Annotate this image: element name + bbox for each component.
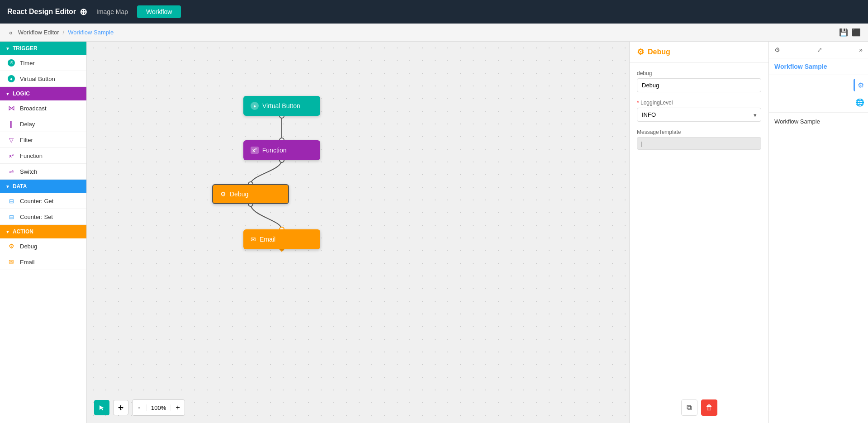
- trigger-chevron-icon: ▼: [5, 46, 10, 51]
- image-map-nav-link[interactable]: Image Map: [96, 8, 128, 15]
- sidebar-item-debug[interactable]: ⚙ Debug: [0, 238, 86, 254]
- props-tab-icons: ⚙ 🌐: [769, 75, 868, 113]
- message-template-input[interactable]: |: [637, 137, 761, 150]
- delete-node-button[interactable]: 🗑: [701, 399, 717, 416]
- data-section-label: DATA: [13, 183, 27, 190]
- logic-section-label: LOGIC: [13, 90, 30, 97]
- message-template-field: MessageTemplate |: [637, 129, 761, 150]
- settings-tab-button[interactable]: ⚙: [774, 46, 780, 53]
- zoom-level-display: 100%: [146, 404, 171, 411]
- message-template-cursor: |: [641, 140, 642, 147]
- switch-icon: ⇌: [7, 167, 15, 176]
- debug-node-label: Debug: [230, 190, 248, 198]
- main-layout: ▼ TRIGGER ⏱ Timer ● Virtual Button ▼ LOG…: [0, 42, 868, 423]
- delay-icon: ‖: [7, 120, 15, 128]
- virtual-button-node-label: Virtual Button: [262, 102, 300, 109]
- sidebar-item-switch[interactable]: ⇌ Switch: [0, 164, 86, 180]
- node-debug[interactable]: ⚙ Debug: [212, 184, 289, 204]
- trigger-section-label: TRIGGER: [13, 45, 38, 52]
- counter-set-icon: ⊟: [7, 213, 15, 221]
- email-node-label: Email: [260, 236, 275, 243]
- expand-props-button[interactable]: ⤢: [817, 46, 822, 53]
- breadcrumb-actions: 💾 ⬛: [839, 28, 861, 37]
- sidebar-section-data[interactable]: ▼ DATA: [0, 180, 86, 193]
- delay-label: Delay: [20, 121, 35, 128]
- canvas-area[interactable]: ● Virtual Button x² Function ⚙ Debug ✉ E…: [87, 42, 629, 423]
- debug-properties-panel: ⚙ Debug debug LoggingLevel DEBUG INFO WA…: [629, 42, 768, 423]
- debug-panel-title: ⚙ Debug: [637, 47, 670, 57]
- collapse-props-button[interactable]: »: [859, 46, 863, 53]
- sidebar-item-counter-set[interactable]: ⊟ Counter: Set: [0, 209, 86, 225]
- virtual-button-node-icon: ●: [251, 102, 259, 110]
- sidebar-section-trigger[interactable]: ▼ TRIGGER: [0, 42, 86, 55]
- debug-panel-title-text: Debug: [648, 48, 670, 56]
- debug-sidebar-icon: ⚙: [7, 242, 15, 250]
- sidebar-item-counter-get[interactable]: ⊟ Counter: Get: [0, 193, 86, 209]
- delete-icon: 🗑: [706, 404, 713, 412]
- sidebar-collapse-btn[interactable]: «: [7, 27, 14, 38]
- timer-icon: ⏱: [7, 59, 15, 67]
- filter-icon: ▽: [7, 136, 15, 144]
- debug-panel-body: debug LoggingLevel DEBUG INFO WARN ERROR…: [630, 63, 768, 392]
- debug-panel-header: ⚙ Debug: [630, 42, 768, 63]
- sidebar-item-delay[interactable]: ‖ Delay: [0, 116, 86, 132]
- virtual-button-label: Virtual Button: [20, 76, 55, 82]
- counter-get-label: Counter: Get: [20, 198, 53, 204]
- sidebar-section-action[interactable]: ▼ ACTION: [0, 225, 86, 238]
- top-navigation: React Design Editor ⊕ Image Map Workflow: [0, 0, 868, 24]
- sidebar-item-timer[interactable]: ⏱ Timer: [0, 55, 86, 71]
- sidebar-item-function[interactable]: x² Function: [0, 148, 86, 164]
- app-name-text: React Design Editor: [7, 8, 76, 16]
- sidebar-item-email[interactable]: ✉ Email: [0, 254, 86, 270]
- filter-label: Filter: [20, 137, 33, 143]
- action-section-label: ACTION: [13, 228, 33, 235]
- sidebar-item-virtual-button[interactable]: ● Virtual Button: [0, 71, 86, 87]
- github-icon: ⊕: [80, 6, 87, 17]
- virtual-button-icon: ●: [7, 75, 15, 83]
- select-tool-button[interactable]: [94, 400, 109, 415]
- props-panel-header: ⚙ ⤢ »: [769, 42, 868, 58]
- workflow-properties-panel: ⚙ ⤢ » Workflow Sample ⚙ 🌐 Workflow Sampl…: [768, 42, 868, 423]
- node-virtual-button[interactable]: ● Virtual Button: [243, 96, 320, 116]
- broadcast-icon: ⋈: [7, 104, 15, 112]
- debug-node-icon: ⚙: [220, 190, 226, 198]
- save-button[interactable]: 💾: [839, 28, 848, 37]
- copy-icon: ⧉: [687, 404, 692, 412]
- node-email[interactable]: ✉ Email: [243, 229, 320, 249]
- debug-panel-icon: ⚙: [637, 47, 644, 57]
- debug-name-input[interactable]: [637, 78, 761, 92]
- sidebar-section-logic[interactable]: ▼ LOGIC: [0, 87, 86, 100]
- data-chevron-icon: ▼: [5, 184, 10, 189]
- zoom-out-button[interactable]: -: [133, 400, 146, 415]
- app-title: React Design Editor ⊕: [7, 6, 87, 17]
- broadcast-label: Broadcast: [20, 105, 47, 112]
- canvas-toolbar: - 100% +: [94, 399, 185, 416]
- breadcrumb-current: Workflow Sample: [68, 29, 114, 36]
- props-globe-tab[interactable]: 🌐: [854, 96, 866, 109]
- sidebar-item-broadcast[interactable]: ⋈ Broadcast: [0, 100, 86, 116]
- copy-node-button[interactable]: ⧉: [681, 399, 697, 416]
- function-node-label: Function: [262, 147, 287, 154]
- sidebar-item-filter[interactable]: ▽ Filter: [0, 132, 86, 148]
- email-label: Email: [20, 259, 35, 266]
- breadcrumb: « Workflow Editor / Workflow Sample 💾 ⬛: [0, 24, 868, 42]
- zoom-controls: - 100% +: [132, 399, 185, 416]
- props-body: Workflow Sample: [769, 113, 868, 423]
- counter-set-label: Counter: Set: [20, 214, 53, 220]
- logging-level-select-wrapper: DEBUG INFO WARN ERROR ▾: [637, 108, 761, 122]
- switch-label: Switch: [20, 168, 37, 175]
- workflow-nav-button[interactable]: Workflow: [137, 5, 181, 18]
- expand-button[interactable]: ⬛: [852, 28, 861, 37]
- panel-actions: ⧉ 🗑: [630, 392, 768, 423]
- node-function[interactable]: x² Function: [243, 140, 320, 160]
- logging-level-select[interactable]: DEBUG INFO WARN ERROR: [637, 108, 761, 122]
- counter-get-icon: ⊟: [7, 197, 15, 205]
- function-icon: x²: [7, 152, 15, 160]
- props-panel-title-text: Workflow Sample: [774, 63, 827, 70]
- breadcrumb-parent[interactable]: Workflow Editor: [18, 29, 59, 36]
- pan-tool-button[interactable]: [113, 400, 128, 415]
- logging-level-field: LoggingLevel DEBUG INFO WARN ERROR ▾: [637, 100, 761, 122]
- breadcrumb-separator: /: [63, 29, 65, 36]
- zoom-in-button[interactable]: +: [171, 400, 185, 415]
- props-settings-tab[interactable]: ⚙: [854, 79, 866, 91]
